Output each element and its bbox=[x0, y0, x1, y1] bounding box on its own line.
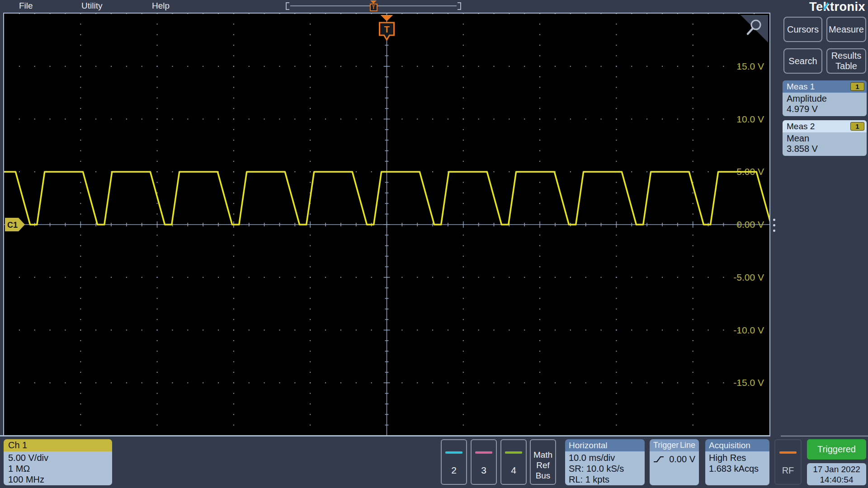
tektronix-logo: Tektronix bbox=[809, 0, 865, 14]
trigger-title-left: Trigger bbox=[653, 441, 679, 450]
cursors-button[interactable]: Cursors bbox=[783, 17, 822, 42]
channel-1-name: Ch 1 bbox=[4, 439, 112, 451]
menu-utility[interactable]: Utility bbox=[81, 1, 102, 11]
channel-1-scale: 5.00 V/div bbox=[8, 452, 108, 463]
measurement-2-value: 3.858 V bbox=[787, 144, 863, 154]
svg-text:10.0 V: 10.0 V bbox=[736, 114, 764, 124]
svg-text:C1: C1 bbox=[7, 221, 18, 230]
rising-edge-icon bbox=[653, 455, 664, 463]
trigger-arrow-icon bbox=[370, 0, 377, 4]
datetime-badge[interactable]: 17 Jan 2022 14:40:54 bbox=[807, 463, 866, 485]
menu-bar: File Utility Help T Tektronix bbox=[0, 0, 868, 13]
svg-text:15.0 V: 15.0 V bbox=[736, 61, 764, 71]
channel-3-label: 3 bbox=[472, 465, 496, 476]
horizontal-title: Horizontal bbox=[565, 439, 645, 451]
measurement-2-body: Mean 3.858 V bbox=[783, 132, 867, 156]
trigger-position-icon[interactable]: T bbox=[369, 0, 378, 11]
measurement-1-body: Amplitude 4.979 V bbox=[783, 93, 867, 116]
logo-text-post: tronix bbox=[830, 0, 865, 14]
rf-button[interactable]: RF bbox=[774, 439, 802, 485]
date-text: 17 Jan 2022 bbox=[807, 464, 866, 474]
measurement-1-source-badge: 1 bbox=[850, 82, 864, 91]
search-button[interactable]: Search bbox=[783, 48, 822, 74]
trigger-position-marker[interactable]: T bbox=[380, 15, 394, 40]
measurement-1-name: Meas 1 bbox=[787, 82, 815, 92]
channel-2-color-bar bbox=[445, 451, 462, 454]
measurement-2-source-badge: 1 bbox=[850, 122, 864, 131]
trigger-badge[interactable]: Trigger Line 0.00 V bbox=[650, 439, 699, 485]
measurement-1-type: Amplitude bbox=[787, 94, 863, 104]
channel-4-label: 4 bbox=[501, 465, 526, 476]
math-ref-bus-button[interactable]: Math Ref Bus bbox=[530, 439, 556, 485]
separator bbox=[781, 436, 868, 436]
channel-1-marker[interactable]: C1 bbox=[5, 218, 25, 231]
measurement-1-value: 4.979 V bbox=[787, 104, 863, 114]
menu-file[interactable]: File bbox=[19, 1, 33, 11]
measurement-2-name: Meas 2 bbox=[787, 122, 815, 131]
trigger-title: Trigger Line bbox=[650, 439, 699, 451]
voltage-scale-labels: 15.0 V10.0 V5.00 V0.00 V-5.00 V-10.0 V-1… bbox=[733, 61, 764, 388]
acquisition-settings: High Res 1.683 kAcqs bbox=[705, 451, 769, 485]
acquisition-title: Acquisition bbox=[705, 439, 769, 451]
horizontal-badge[interactable]: Horizontal 10.0 ms/div SR: 10.0 kS/s RL:… bbox=[565, 439, 645, 485]
separator bbox=[0, 435, 770, 436]
channel-3-color-bar bbox=[475, 451, 492, 454]
measurement-2-type: Mean bbox=[787, 133, 863, 144]
channel-1-badge[interactable]: Ch 1 5.00 V/div 1 MΩ 100 MHz bbox=[4, 439, 112, 485]
acquisition-badge[interactable]: Acquisition High Res 1.683 kAcqs bbox=[705, 439, 769, 485]
acquisition-mode: High Res bbox=[709, 452, 766, 463]
measurement-card-1[interactable]: Meas 1 1 Amplitude 4.979 V bbox=[783, 80, 867, 116]
horizontal-timebase: 10.0 ms/div bbox=[569, 452, 641, 463]
waveform-display[interactable]: 15.0 V10.0 V5.00 V0.00 V-5.00 V-10.0 V-1… bbox=[3, 13, 770, 436]
svg-text:0.00 V: 0.00 V bbox=[736, 219, 764, 230]
time-text: 14:40:54 bbox=[807, 474, 866, 485]
record-right-bracket bbox=[458, 2, 461, 10]
waveform-svg: 15.0 V10.0 V5.00 V0.00 V-5.00 V-10.0 V-1… bbox=[4, 14, 769, 436]
channel-2-button[interactable]: 2 bbox=[441, 439, 467, 485]
record-left-bracket bbox=[286, 2, 289, 10]
horizontal-settings: 10.0 ms/div SR: 10.0 kS/s RL: 1 kpts bbox=[565, 451, 645, 485]
trigger-level: 0.00 V bbox=[664, 454, 695, 465]
channel-4-button[interactable]: 4 bbox=[500, 439, 527, 485]
svg-text:T: T bbox=[384, 24, 389, 34]
logo-text-pre: Te bbox=[809, 0, 823, 14]
measurement-2-header: Meas 2 1 bbox=[783, 120, 867, 132]
channel-1-impedance: 1 MΩ bbox=[8, 463, 108, 474]
record-view-indicator[interactable]: T bbox=[285, 1, 462, 11]
channel-1-settings: 5.00 V/div 1 MΩ 100 MHz bbox=[4, 451, 112, 485]
trigger-t-icon: T bbox=[370, 4, 377, 11]
measurement-1-header: Meas 1 1 bbox=[783, 80, 867, 93]
svg-text:-15.0 V: -15.0 V bbox=[733, 377, 764, 388]
measure-button[interactable]: Measure bbox=[826, 17, 866, 42]
horizontal-record-length: RL: 1 kpts bbox=[569, 474, 641, 485]
channel-2-label: 2 bbox=[442, 465, 466, 476]
drag-handle-dots[interactable] bbox=[772, 219, 776, 235]
channel-1-bandwidth: 100 MHz bbox=[8, 474, 108, 485]
zoom-corner-control[interactable] bbox=[741, 15, 768, 42]
menu-help[interactable]: Help bbox=[152, 1, 170, 11]
trigger-source: Line bbox=[680, 441, 695, 450]
results-table-button[interactable]: Results Table bbox=[826, 48, 866, 74]
center-axes bbox=[4, 14, 769, 436]
rf-color-bar bbox=[779, 451, 797, 454]
measurement-card-2[interactable]: Meas 2 1 Mean 3.858 V bbox=[783, 120, 867, 156]
horizontal-sample-rate: SR: 10.0 kS/s bbox=[569, 463, 641, 474]
svg-text:-10.0 V: -10.0 V bbox=[733, 325, 764, 335]
trigger-status-badge: Triggered bbox=[807, 439, 866, 460]
rf-label: RF bbox=[775, 465, 801, 476]
channel-3-button[interactable]: 3 bbox=[471, 439, 497, 485]
trigger-settings: 0.00 V bbox=[650, 451, 699, 485]
channel-4-color-bar bbox=[505, 451, 522, 454]
acquisition-count: 1.683 kAcqs bbox=[709, 463, 766, 474]
svg-text:-5.00 V: -5.00 V bbox=[733, 272, 764, 282]
